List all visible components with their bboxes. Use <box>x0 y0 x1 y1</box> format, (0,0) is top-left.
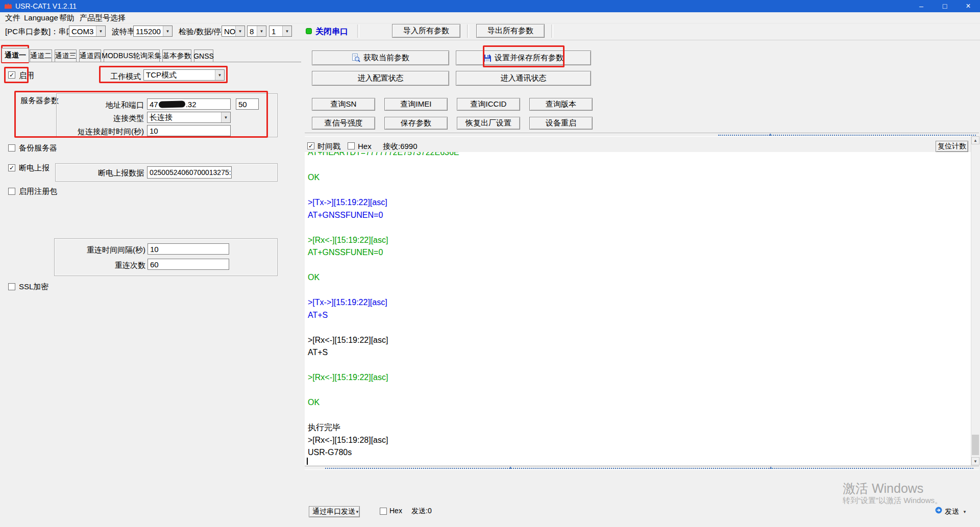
log-bottom-splitter[interactable] <box>305 466 979 470</box>
baud-select[interactable]: 115200 ▼ <box>133 26 173 37</box>
chevron-down-icon[interactable]: ▼ <box>215 70 224 80</box>
close-port-button[interactable]: 关闭串口 <box>315 27 348 37</box>
chevron-down-icon[interactable]: ▼ <box>96 26 105 36</box>
log-view[interactable]: AT+HEARTDT=7777772E7573722E636E OK >[Tx-… <box>305 152 971 465</box>
minimize-button[interactable]: – <box>910 0 933 12</box>
get-params-button[interactable]: 获取当前参数 <box>312 51 449 65</box>
chevron-down-icon[interactable]: ▼ <box>235 26 244 36</box>
query-imei-button[interactable]: 查询IMEI <box>384 98 448 111</box>
server-group-title: 服务器参数 <box>20 96 59 106</box>
log-line <box>308 184 459 197</box>
menu-language[interactable]: Language <box>24 13 58 22</box>
set-save-params-button[interactable]: 设置并保存所有参数 <box>456 51 591 65</box>
log-line: >[Rx<-][15:19:28][asc] <box>308 434 459 447</box>
log-top-splitter[interactable] <box>305 133 979 137</box>
log-line <box>308 321 459 334</box>
chevron-down-icon[interactable]: ▼ <box>282 26 291 36</box>
log-line <box>308 259 459 272</box>
log-line <box>308 221 459 234</box>
splitter-handle-icon[interactable]: ▲ <box>508 466 512 470</box>
device-restart-button[interactable]: 设备重启 <box>529 117 593 130</box>
enter-comm-button[interactable]: 进入通讯状态 <box>456 71 591 86</box>
save-params-button[interactable]: 保存参数 <box>384 117 448 130</box>
log-vertical-scrollbar[interactable]: ▲ ▼ <box>971 136 979 465</box>
factory-reset-button[interactable]: 恢复出厂设置 <box>457 117 520 130</box>
tab-basic-params[interactable]: 基本参数 <box>162 49 191 62</box>
check-mark-icon: ✓ <box>9 164 14 171</box>
reconnect-interval-label: 重连时间间隔(秒) <box>61 245 145 255</box>
log-line: AT+GNSSFUNEN=0 <box>308 246 459 259</box>
conn-type-label: 连接类型 <box>61 114 144 123</box>
backup-server-checkbox[interactable]: ✓ <box>8 144 15 152</box>
send-dropdown-icon[interactable]: ▼ <box>963 510 967 514</box>
reset-count-button[interactable]: 复位计数 <box>936 141 968 152</box>
log-line: AT+S <box>308 346 459 359</box>
com-port-select[interactable]: COM3 ▼ <box>69 26 106 37</box>
log-line: >[Rx<-][15:19:22][asc] <box>308 334 459 347</box>
scrollbar-thumb[interactable] <box>972 435 979 455</box>
short-conn-timeout-input[interactable]: 10 <box>147 125 231 136</box>
short-conn-timeout-label: 短连接超时时间(秒) <box>61 127 144 137</box>
check-mark-icon: ✓ <box>9 71 14 79</box>
tab-gnss[interactable]: GNSS <box>194 49 213 62</box>
power-off-data-input[interactable]: 02500524060700013275:PO <box>147 166 232 179</box>
tab-channel-1[interactable]: 通道一 <box>2 48 29 62</box>
reconnect-interval-input[interactable]: 10 <box>148 243 229 255</box>
stopbits-select[interactable]: 1 ▼ <box>269 26 292 37</box>
scroll-down-icon[interactable]: ▼ <box>971 457 979 465</box>
menu-product-select[interactable]: 产品型号选择 <box>80 13 126 23</box>
query-sn-button[interactable]: 查询SN <box>312 98 375 111</box>
enable-checkbox[interactable]: ✓ <box>8 71 15 79</box>
address-port-label: 地址和端口 <box>61 101 144 110</box>
parity-select[interactable]: NONI ▼ <box>222 26 245 37</box>
chevron-down-icon[interactable]: ▼ <box>221 112 230 122</box>
usr-logo-icon <box>4 2 12 12</box>
scroll-up-icon[interactable]: ▲ <box>971 136 979 144</box>
splitter-handle-icon[interactable]: ▲ <box>768 133 772 137</box>
log-line <box>308 359 459 372</box>
menu-file[interactable]: 文件 <box>5 13 20 23</box>
work-mode-label: 工作模式 <box>110 72 141 82</box>
enter-config-button[interactable]: 进入配置状态 <box>312 71 449 86</box>
baud-label: 波特率 <box>112 27 135 37</box>
work-mode-select[interactable]: TCP模式 ▼ <box>143 69 225 81</box>
toolbar-separator <box>551 24 553 38</box>
floppy-save-icon <box>483 54 492 62</box>
tab-channel-4[interactable]: 通道四 <box>79 49 101 62</box>
power-off-report-checkbox[interactable]: ✓ <box>8 164 15 171</box>
ssl-label: SSL加密 <box>19 282 48 292</box>
query-version-button[interactable]: 查询版本 <box>529 98 593 111</box>
server-port-input[interactable]: 50 <box>236 98 259 110</box>
export-params-button[interactable]: 导出所有参数 <box>476 24 545 38</box>
register-packet-label: 启用注册包 <box>19 187 57 196</box>
menu-help[interactable]: 帮助 <box>59 13 75 23</box>
databits-select[interactable]: 8 ▼ <box>247 26 266 37</box>
reconnect-count-input[interactable]: 60 <box>148 259 229 270</box>
send-button[interactable]: 发送 <box>945 507 959 516</box>
splitter-handle-icon[interactable]: ▲ <box>769 466 773 470</box>
log-line: AT+GNSSFUNEN=0 <box>308 209 459 222</box>
maximize-button[interactable]: □ <box>933 0 957 12</box>
import-params-button[interactable]: 导入所有参数 <box>392 24 460 38</box>
tab-channel-2[interactable]: 通道二 <box>30 49 52 62</box>
power-off-data-label: 断电上报数据 <box>61 168 144 178</box>
recv-hex-label: Hex <box>358 142 372 150</box>
send-via-serial-dropdown[interactable]: 通过串口发送 ▼ <box>309 506 360 517</box>
check-mark-icon: ✓ <box>308 142 313 149</box>
chevron-down-icon[interactable]: ▼ <box>257 26 266 36</box>
port-open-status-icon <box>306 28 312 34</box>
send-hex-checkbox[interactable]: ✓ <box>380 508 387 515</box>
chevron-down-icon[interactable]: ▼ <box>163 26 172 36</box>
query-signal-button[interactable]: 查信号强度 <box>312 117 375 130</box>
server-address-input[interactable]: 47.32 <box>147 98 231 110</box>
ssl-checkbox[interactable]: ✓ <box>8 283 15 290</box>
tab-modbus-polling[interactable]: MODBUS轮询采集 <box>104 49 160 62</box>
timestamp-checkbox[interactable]: ✓ <box>307 142 314 149</box>
query-iccid-button[interactable]: 查询ICCID <box>457 98 520 111</box>
register-packet-checkbox[interactable]: ✓ <box>8 188 15 195</box>
close-button[interactable]: × <box>957 0 980 12</box>
conn-type-select[interactable]: 长连接 ▼ <box>147 112 231 123</box>
recv-hex-checkbox[interactable]: ✓ <box>348 142 355 149</box>
tab-channel-3[interactable]: 通道三 <box>55 49 77 62</box>
reconnect-count-label: 重连次数 <box>61 261 145 270</box>
